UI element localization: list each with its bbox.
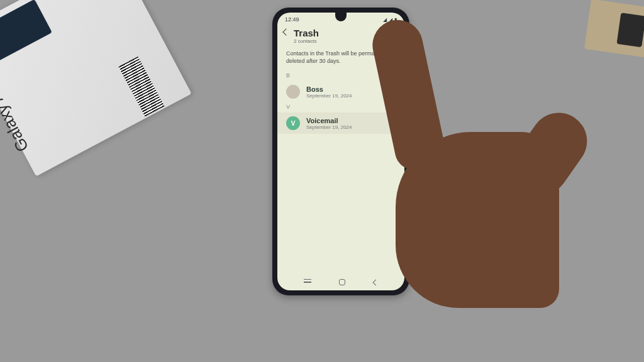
signal-icon: ◢	[383, 17, 387, 23]
contact-info: Boss September 19, 2024	[306, 85, 352, 99]
contact-row-boss[interactable]: Boss September 19, 2024	[277, 81, 404, 102]
page-header: Trash 2 contacts	[277, 24, 404, 49]
hand	[377, 19, 603, 358]
barcode-icon	[118, 57, 164, 117]
status-icons: ◢ ◢ ▮	[383, 17, 397, 23]
background-object	[584, 0, 644, 58]
contact-name: Voicemail	[306, 117, 352, 124]
contact-info: Voicemail September 19, 2024	[306, 117, 352, 130]
contact-row-voicemail[interactable]: V Voicemail September 19, 2024	[277, 112, 404, 134]
avatar: V	[286, 116, 300, 130]
contact-name: Boss	[306, 85, 352, 93]
info-text: Contacts in the Trash will be permanentl…	[277, 49, 404, 71]
thumb	[501, 102, 598, 206]
phone-device: 12:49 ◢ ◢ ▮ Trash 2 contacts Contacts in…	[272, 8, 409, 295]
battery-icon: ▮	[394, 17, 397, 23]
header-text: Trash 2 contacts	[294, 28, 319, 44]
page-subtitle: 2 contacts	[294, 38, 319, 44]
status-time: 12:49	[285, 16, 299, 23]
navigation-bar	[277, 274, 404, 290]
home-icon[interactable]	[339, 279, 345, 285]
section-letter-v: V	[277, 102, 404, 112]
background-object-part	[617, 13, 644, 47]
product-box: Galaxy A06	[0, 0, 192, 177]
wifi-icon: ◢	[389, 17, 392, 23]
section-letter-b: B	[277, 71, 404, 81]
product-brand-text: Galaxy A06	[0, 72, 33, 155]
back-icon[interactable]	[282, 28, 289, 35]
phone-screen: 12:49 ◢ ◢ ▮ Trash 2 contacts Contacts in…	[277, 13, 404, 290]
palm	[396, 132, 559, 308]
page-title: Trash	[294, 28, 319, 38]
contact-date: September 19, 2024	[306, 124, 352, 130]
recents-icon[interactable]	[304, 282, 311, 283]
contact-date: September 19, 2024	[306, 93, 352, 99]
box-device-image	[0, 0, 52, 65]
back-nav-icon[interactable]	[372, 279, 379, 285]
avatar	[286, 85, 300, 99]
